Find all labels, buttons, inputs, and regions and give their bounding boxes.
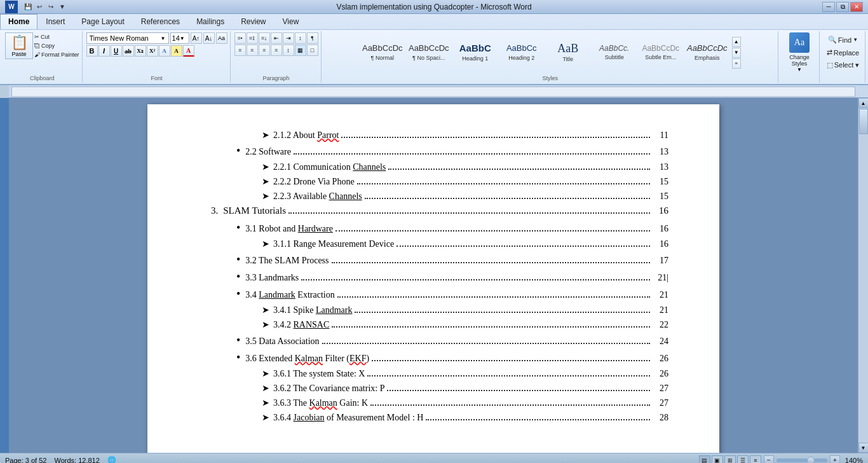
tab-references[interactable]: References: [133, 14, 188, 29]
bullet-9: •: [236, 270, 240, 284]
style-subtle-emphasis[interactable]: AaBbCcDc Subtle Em...: [638, 35, 684, 71]
style-emphasis[interactable]: AaBbCcDc Emphasis: [684, 35, 730, 71]
window-controls: ─ ⧉ ✕: [822, 2, 863, 12]
tab-mailings[interactable]: Mailings: [188, 14, 233, 29]
restore-button[interactable]: ⧉: [836, 2, 849, 12]
zoom-in-button[interactable]: +: [830, 455, 840, 464]
title-bar: W 💾 ↩ ↪ ▼ Vslam implementation using Qua…: [0, 0, 868, 14]
status-bar: Page: 3 of 52 Words: 12,812 🌐 ▤ ▣ ⊞ ☰ ≡ …: [0, 453, 868, 463]
select-button[interactable]: ⬚ Select ▾: [827, 60, 860, 71]
multilevel-list-button[interactable]: ≡↓: [259, 32, 270, 44]
decrease-font-button[interactable]: A↓: [203, 32, 215, 44]
style-heading1[interactable]: AaBbC Heading 1: [452, 35, 498, 71]
zoom-control: − + 140%: [764, 455, 863, 464]
style-heading2[interactable]: AaBbCc Heading 2: [499, 35, 545, 71]
dot-leader-8: [332, 262, 651, 263]
style-subtitle[interactable]: AaBbCc. Subtitle: [592, 35, 637, 71]
font-color-button[interactable]: A: [183, 45, 194, 57]
document-page[interactable]: ➤ 2.1.2 About Parrot 11 • 2.2 Software 1…: [147, 104, 719, 453]
tab-page-layout[interactable]: Page Layout: [73, 14, 132, 29]
show-formatting-button[interactable]: ¶: [307, 32, 318, 44]
close-button[interactable]: ✕: [850, 2, 863, 12]
full-screen-button[interactable]: ▣: [712, 455, 723, 464]
cut-button[interactable]: ✂ Cut: [34, 33, 79, 41]
toc-text-0: 2.1.2 About Parrot: [273, 130, 339, 141]
change-styles-button[interactable]: Aa Change Styles ▼: [782, 32, 817, 73]
replace-button[interactable]: ⇄ Replace: [827, 47, 859, 59]
style-title[interactable]: AaB Title: [545, 35, 591, 71]
superscript-button[interactable]: X²: [147, 45, 158, 57]
styles-scroll-up[interactable]: ▲: [732, 37, 741, 47]
increase-indent-button[interactable]: ⇥: [283, 32, 294, 44]
bullet-list-button[interactable]: ≡•: [234, 32, 246, 44]
editing-group-content: 🔍 Find ▼ ⇄ Replace ⬚ Select ▾: [827, 32, 860, 81]
bullet-1: •: [236, 144, 240, 158]
document-area[interactable]: ➤ 2.1.2 About Parrot 11 • 2.2 Software 1…: [9, 98, 858, 453]
styles-more[interactable]: ≡: [732, 59, 741, 69]
border-button[interactable]: □: [307, 45, 318, 56]
italic-button[interactable]: I: [98, 45, 110, 57]
styles-scroll-down[interactable]: ▼: [732, 48, 741, 58]
justify-button[interactable]: ≡: [271, 45, 282, 56]
vertical-scrollbar[interactable]: ▲ ▼: [858, 98, 868, 453]
underline-button[interactable]: U: [111, 45, 122, 57]
align-right-button[interactable]: ≡: [259, 45, 270, 56]
toc-entry-2: ➤ 2.2.1 Communication Channels 13: [262, 162, 668, 172]
tab-insert[interactable]: Insert: [37, 14, 73, 29]
find-button[interactable]: 🔍 Find ▼: [828, 34, 858, 46]
copy-button[interactable]: ⿻ Copy: [34, 42, 79, 50]
style-normal[interactable]: AaBbCcDc ¶ Normal: [360, 35, 405, 71]
tab-home[interactable]: Home: [0, 14, 37, 29]
align-left-button[interactable]: ≡: [234, 45, 246, 56]
decrease-indent-button[interactable]: ⇤: [271, 32, 282, 44]
font-dropdown-icon: ▼: [161, 36, 166, 41]
dot-leader-11: [355, 312, 650, 313]
zoom-slider[interactable]: [776, 459, 827, 462]
scroll-up-button[interactable]: ▲: [858, 98, 869, 108]
print-layout-button[interactable]: ▤: [699, 455, 710, 464]
toc-number-5: 3.: [211, 205, 218, 216]
align-center-button[interactable]: ≡: [247, 45, 258, 56]
tab-view[interactable]: View: [275, 14, 308, 29]
highlight-button[interactable]: A: [171, 45, 182, 57]
draft-button[interactable]: ≡: [750, 455, 761, 464]
style-no-spacing[interactable]: AaBbCcDc ¶ No Spaci...: [406, 35, 452, 71]
shading-button[interactable]: ▦: [295, 45, 306, 56]
text-effect-button[interactable]: A: [159, 45, 170, 57]
outline-button[interactable]: ☰: [737, 455, 749, 464]
horizontal-ruler: [11, 86, 855, 97]
strikethrough-button[interactable]: ab: [123, 45, 134, 57]
font-size-input[interactable]: 14 ▼: [170, 32, 189, 44]
scroll-down-button[interactable]: ▼: [858, 443, 869, 453]
sort-button[interactable]: ↕: [295, 32, 306, 44]
change-styles-group: Aa Change Styles ▼: [780, 31, 820, 83]
format-painter-button[interactable]: 🖌 Format Painter: [34, 51, 79, 59]
toc-arrow-18: ➤: [262, 412, 269, 423]
bold-button[interactable]: B: [86, 45, 98, 57]
list-buttons-row: ≡• ≡1 ≡↓ ⇤ ⇥ ↕ ¶: [234, 32, 318, 44]
left-margin: [0, 98, 9, 453]
increase-font-button[interactable]: A↑: [191, 32, 202, 44]
zoom-slider-thumb[interactable]: [807, 457, 815, 464]
font-name-input[interactable]: Times New Roman ▼: [86, 32, 169, 44]
toc-entry-10: • 3.4 Landmark Extraction 21: [236, 287, 668, 301]
toc-text-9: 3.3 Landmarks: [245, 273, 299, 283]
zoom-out-button[interactable]: −: [764, 455, 774, 464]
subscript-button[interactable]: X₂: [135, 45, 146, 57]
toc-arrow-15: ➤: [262, 368, 269, 379]
scroll-thumb[interactable]: [859, 109, 868, 134]
toc-text-14: 3.6 Extended Kalman Filter (EKF): [245, 354, 369, 364]
line-spacing-button[interactable]: ↕: [283, 45, 294, 56]
web-layout-button[interactable]: ⊞: [724, 455, 736, 464]
scroll-track[interactable]: [858, 108, 868, 443]
style-no-spacing-label: ¶ No Spaci...: [412, 55, 445, 61]
toc-text-16: 3.6.2 The Covariance matrix: P: [273, 384, 384, 394]
tab-review[interactable]: Review: [233, 14, 274, 29]
paste-button[interactable]: 📋 Paste: [5, 32, 33, 59]
page-num-14: 26: [653, 354, 668, 364]
minimize-button[interactable]: ─: [822, 2, 835, 12]
replace-label: Replace: [834, 49, 859, 57]
clear-format-button[interactable]: Aa: [216, 32, 227, 44]
numbered-list-button[interactable]: ≡1: [247, 32, 258, 44]
toc-text-18: 3.6.4 Jacobian of Measurement Model : H: [273, 413, 423, 423]
